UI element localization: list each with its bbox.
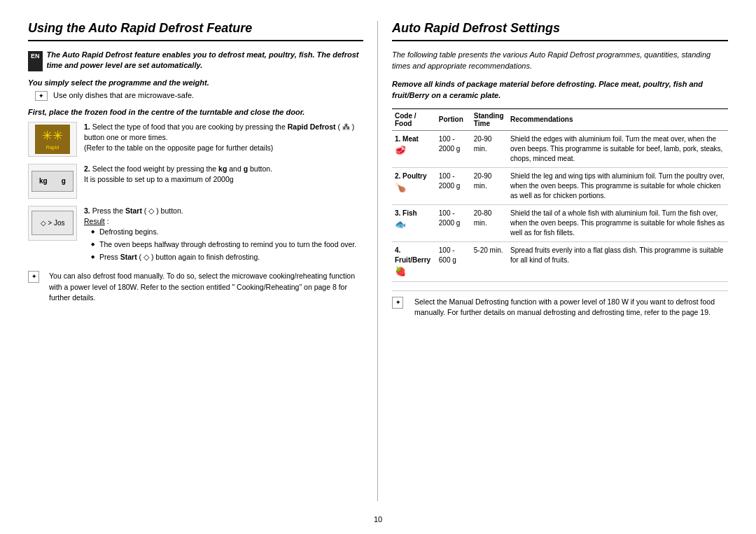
step-2-num: 2. (84, 164, 90, 173)
meat-icon: 🥩 (395, 144, 433, 157)
step-heading: First, place the frozen food in the cent… (28, 108, 363, 116)
rec-meat: Shield the edges with aluminium foil. Tu… (507, 130, 728, 167)
food-poultry: 2. Poultry 🍗 (392, 167, 436, 204)
left-title: Using the Auto Rapid Defrost Feature (28, 21, 363, 41)
food-fruit: 4. Fruit/Berry 🍓 (392, 241, 436, 281)
page-footer: 10 (0, 515, 756, 534)
step-3-num: 3. (84, 206, 90, 215)
en-badge: EN (28, 51, 43, 71)
manual-text: You can also defrost food manually. To d… (49, 271, 363, 303)
intro-text: The Auto Rapid Defrost feature enables y… (47, 50, 363, 71)
table-row: 3. Fish 🐟 100 - 2000 g 20-80 min. Shield… (392, 204, 728, 241)
start-display: ◇ > Jos (31, 211, 74, 235)
table-header-row: Code / Food Portion StandingTime Recomme… (392, 108, 728, 130)
step-1-content: 1. Select the type of food that you are … (84, 122, 363, 154)
microwave-icon: ✦ (35, 91, 48, 101)
col-header-portion: Portion (436, 108, 471, 130)
step-2-image: kg g (28, 164, 77, 199)
start-icon: ◇ > Jos (41, 219, 65, 227)
fish-name: 3. Fish (395, 209, 417, 217)
right-intro-text-1: The following table presents the various… (392, 50, 710, 70)
col-header-food: Code / Food (392, 108, 436, 130)
step-2-content: 2. Select the food weight by pressing th… (84, 164, 363, 185)
poultry-icon: 🍗 (395, 181, 433, 194)
poultry-name: 2. Poultry (395, 172, 427, 180)
step-3-image: ◇ > Jos (28, 206, 77, 241)
step-3-content: 3. Press the Start ( ◇ ) button. Result … (84, 206, 363, 265)
step-3-row: ◇ > Jos 3. Press the Start ( ◇ ) button.… (28, 206, 363, 265)
bullet-1: Defrosting begins. (91, 227, 363, 237)
step-1-num: 1. (84, 122, 90, 131)
manual-block: ✦ You can also defrost food manually. To… (28, 271, 363, 303)
standing-fish: 20-80 min. (471, 204, 507, 241)
right-footer: ✦ Select the Manual Defrosting function … (392, 290, 728, 318)
rec-fish: Shield the tail of a whole fish with alu… (507, 204, 728, 241)
defrost-table: Code / Food Portion StandingTime Recomme… (392, 108, 728, 282)
right-title: Auto Rapid Defrost Settings (392, 21, 728, 41)
step-2-row: kg g 2. Select the food weight by pressi… (28, 164, 363, 199)
step-1-row: ✳✳ Rapid 1. Select the type of food that… (28, 122, 363, 157)
step-1-image: ✳✳ Rapid (28, 122, 77, 157)
portion-fruit: 100 - 600 g (436, 241, 471, 281)
left-column: Using the Auto Rapid Defrost Feature EN … (28, 21, 378, 501)
rapid-label: Rapid (46, 145, 59, 150)
g-label: g (62, 177, 66, 185)
portion-fish: 100 - 2000 g (436, 204, 471, 241)
microwave-text: Use only dishes that are microwave-safe. (53, 91, 194, 99)
microwave-note: ✦ Use only dishes that are microwave-saf… (28, 91, 363, 101)
kg-display: kg g (31, 171, 74, 192)
kg-label: kg (39, 177, 48, 185)
standing-fruit: 5-20 min. (471, 241, 507, 281)
right-intro-1: The following table presents the various… (392, 50, 728, 72)
footer-icon: ✦ (392, 297, 403, 309)
rec-fruit: Spread fruits evenly into a flat glass d… (507, 241, 728, 281)
fruit-icon: 🍓 (395, 265, 433, 278)
bullet-2: The oven beeps halfway through defrostin… (91, 239, 363, 250)
right-intro-text-2: Remove all kinds of package material bef… (392, 80, 703, 99)
manual-icon: ✦ (28, 271, 39, 283)
subtitle: You simply select the programme and the … (28, 78, 363, 87)
table-row: 2. Poultry 🍗 100 - 2000 g 20-90 min. Shi… (392, 167, 728, 204)
table-row: 1. Meat 🥩 100 - 2000 g 20-90 min. Shield… (392, 130, 728, 167)
portion-meat: 100 - 2000 g (436, 130, 471, 167)
standing-poultry: 20-90 min. (471, 167, 507, 204)
bullet-3: Press Start ( ◇ ) button again to finish… (91, 252, 363, 262)
table-row: 4. Fruit/Berry 🍓 100 - 600 g 5-20 min. S… (392, 241, 728, 281)
fruit-name: 4. Fruit/Berry (395, 246, 430, 264)
meat-name: 1. Meat (395, 135, 419, 143)
food-meat: 1. Meat 🥩 (392, 130, 436, 167)
fish-icon: 🐟 (395, 218, 433, 231)
col-header-recommendations: Recommendations (507, 108, 728, 130)
step-3-bullets: Defrosting begins. The oven beeps halfwa… (84, 227, 363, 262)
footer-text: Select the Manual Defrosting function wi… (414, 297, 728, 318)
right-intro-2: Remove all kinds of package material bef… (392, 79, 728, 101)
portion-poultry: 100 - 2000 g (436, 167, 471, 204)
page-number: 10 (374, 515, 382, 524)
intro-block: EN The Auto Rapid Defrost feature enable… (28, 50, 363, 71)
standing-meat: 20-90 min. (471, 130, 507, 167)
rec-poultry: Shield the leg and wing tips with alumin… (507, 167, 728, 204)
steps-area: ✳✳ Rapid 1. Select the type of food that… (28, 122, 363, 265)
col-header-standing: StandingTime (471, 108, 507, 130)
food-fish: 3. Fish 🐟 (392, 204, 436, 241)
rapid-defrost-icon: ✳✳ Rapid (35, 125, 70, 154)
right-column: Auto Rapid Defrost Settings The followin… (378, 21, 728, 501)
